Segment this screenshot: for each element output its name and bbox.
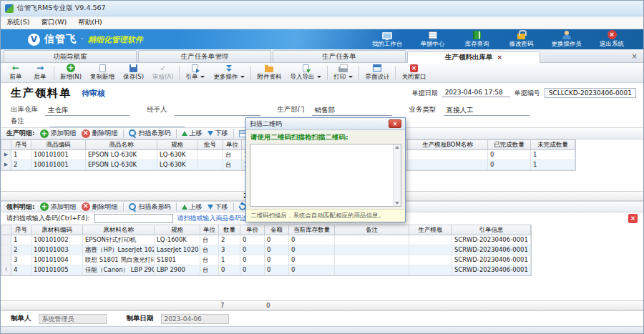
- col-ref-order: 引单信息: [452, 225, 531, 235]
- action-document-center[interactable]: 单据中心: [419, 30, 447, 49]
- col-remark: 备注: [335, 225, 409, 235]
- table-row[interactable]: 3 100101004 联想 S1801 黑白激光打印机 S1801 台 1 0…: [1, 255, 531, 265]
- scroll-down-icon[interactable]: [395, 202, 399, 205]
- save-icon: [130, 64, 137, 72]
- user-icon: [562, 30, 571, 39]
- doc-date-label: 单据日期: [412, 89, 438, 98]
- tabbar-close-icon[interactable]: ×: [632, 52, 638, 60]
- remark-field[interactable]: [50, 117, 185, 127]
- tab-close-icon[interactable]: ×: [497, 54, 502, 61]
- col-product-code: 商品编码: [31, 140, 86, 150]
- arrow-down-icon: [208, 205, 213, 210]
- ui-design-button[interactable]: 界面设计: [361, 63, 394, 82]
- print-button[interactable]: 打印: [329, 63, 357, 82]
- tab-production-picking-outbound[interactable]: 生产领料出库单 ×: [407, 51, 540, 63]
- tab-production-order[interactable]: 生产任务单: [273, 50, 406, 62]
- dialog-prompt: 请使用二维码扫描枪扫描二维码:: [246, 130, 405, 144]
- save-button[interactable]: 保存(S): [119, 63, 148, 82]
- qr-input-textarea[interactable]: [250, 144, 401, 207]
- toolbar-separator: [358, 66, 359, 80]
- prod-add-row-button[interactable]: +添加明细: [40, 129, 77, 138]
- col-spec: 规格: [157, 140, 197, 150]
- close-window-button[interactable]: × 关闭窗口: [397, 63, 430, 82]
- col-bom-name: 生产模板BOM名称: [408, 140, 488, 150]
- warehouse-field[interactable]: 主仓库: [45, 106, 130, 116]
- dialog-title-bar[interactable]: 扫描二维码 ×: [246, 118, 405, 130]
- action-exit-system[interactable]: × 退出系统: [597, 30, 626, 49]
- prod-move-up-button[interactable]: 上移: [182, 129, 203, 138]
- dialog-title: 扫描二维码: [250, 119, 282, 129]
- remark-label: 备注: [11, 117, 24, 127]
- department-field[interactable]: 销售部: [312, 106, 392, 116]
- brand-separator: ·: [81, 34, 84, 44]
- pick-scan-barcode-button[interactable]: 扫描条形码: [129, 202, 171, 212]
- menu-window[interactable]: 窗口(W): [41, 18, 67, 27]
- col-done-qty: 已完成数量: [488, 140, 531, 150]
- table-row[interactable]: 2 100101003 惠普（HP）LaserJet 1020 LaserJet…: [1, 245, 531, 255]
- audit-button[interactable]: ✓ 审核(A): [148, 63, 177, 82]
- pick-table-body: 1 100101002 EPSON针式打印机 LQ-1600K 台 2 0 0 …: [1, 235, 531, 275]
- more-actions-button[interactable]: 更多操作: [209, 63, 249, 82]
- col-spec: 规格: [155, 225, 200, 235]
- pull-order-icon: [192, 64, 198, 72]
- prev-doc-button[interactable]: ← 前单: [4, 63, 28, 82]
- handler-field[interactable]: [175, 106, 260, 116]
- import-export-button[interactable]: 导入导出: [286, 63, 326, 82]
- pull-order-button[interactable]: 引单: [181, 63, 209, 82]
- attachments-button[interactable]: 附件资料: [253, 63, 286, 82]
- table-row[interactable]: 1 100101002 EPSON针式打印机 LQ-1600K 台 2 0 0 …: [1, 235, 531, 245]
- pick-delete-row-button[interactable]: ×删除明细: [82, 202, 118, 212]
- delete-circle-icon: ×: [82, 129, 90, 138]
- menu-system[interactable]: 系统(S): [6, 18, 29, 27]
- next-doc-button[interactable]: → 后单: [28, 63, 52, 82]
- pick-add-row-button[interactable]: +添加明细: [40, 202, 77, 212]
- ui-design-icon: [373, 64, 381, 72]
- prod-move-down-button[interactable]: 下移: [208, 129, 228, 138]
- doc-no-field: SCLLCKD-20230406-0001: [545, 88, 636, 98]
- copy-new-button[interactable]: 复制新增: [86, 63, 119, 82]
- prod-delete-row-button[interactable]: ×删除明细: [82, 129, 118, 138]
- scan-input-label: 请扫描或输入条码(Ctrl+F4):: [6, 214, 90, 223]
- toolbar-separator: [123, 202, 124, 211]
- pick-table-empty-area: [1, 276, 643, 300]
- doc-date-field[interactable]: 2023-04-06 17:58: [442, 89, 510, 97]
- col-price: 单价: [240, 225, 265, 235]
- document-header: 生产领料单 待审核 单据日期 2023-04-06 17:58 单据编号 SCL…: [1, 83, 643, 103]
- tab-production-order-mgmt[interactable]: 生产任务单管理: [138, 50, 271, 62]
- clear-red-icon[interactable]: ×: [628, 214, 638, 223]
- action-change-password[interactable]: 修改密码: [507, 30, 536, 49]
- dialog-close-icon[interactable]: ×: [389, 119, 401, 128]
- toolbar-separator: [176, 202, 177, 211]
- import-export-icon: [303, 64, 309, 72]
- tab-function-nav[interactable]: 功能导航窗: [4, 50, 137, 62]
- maker-date-label: 制单日期: [127, 314, 154, 323]
- action-stock-query[interactable]: 库存查询: [463, 30, 492, 49]
- maker-label: 制单人: [11, 314, 31, 323]
- pick-qty-total: 7: [218, 301, 240, 310]
- barcode-input[interactable]: [94, 214, 173, 223]
- menu-help[interactable]: 帮助(H): [78, 18, 102, 27]
- pick-move-up-button[interactable]: 上移: [182, 202, 203, 212]
- biz-type-field[interactable]: 直接人工: [444, 106, 530, 116]
- pick-move-down-button[interactable]: 下移: [208, 202, 228, 212]
- toolbar-separator: [233, 129, 234, 138]
- scrollbar[interactable]: [393, 144, 401, 206]
- col-unit: 单位: [200, 225, 219, 235]
- brand-name: 信管飞: [44, 33, 77, 46]
- scroll-up-icon[interactable]: [395, 146, 399, 149]
- plus-circle-icon: +: [40, 202, 49, 211]
- action-switch-operator[interactable]: 更换操作员: [552, 30, 582, 49]
- col-unit: 单位: [223, 140, 242, 150]
- attachment-icon: [265, 64, 273, 72]
- action-my-workbench[interactable]: 我的工作台: [372, 30, 403, 49]
- arrow-up-icon: [182, 131, 187, 136]
- dropdown-arrow-icon: [240, 76, 245, 78]
- pick-table-footer: 7 0: [1, 300, 643, 310]
- table-row[interactable]: I 4 100101005 佳能（Canon） LBP 2900+ 黑白激 LB…: [1, 265, 531, 275]
- dropdown-arrow-icon: [200, 76, 205, 78]
- new-button[interactable]: + 新增(N): [56, 63, 86, 82]
- prod-scan-barcode-button[interactable]: 扫描条形码: [129, 129, 171, 138]
- status-badge: 待审核: [82, 88, 105, 99]
- main-toolbar: ← 前单 → 后单 + 新增(N) 复制新增 保存(S) ✓ 审核(A) 引单: [1, 63, 643, 83]
- arrow-up-icon: [182, 205, 187, 210]
